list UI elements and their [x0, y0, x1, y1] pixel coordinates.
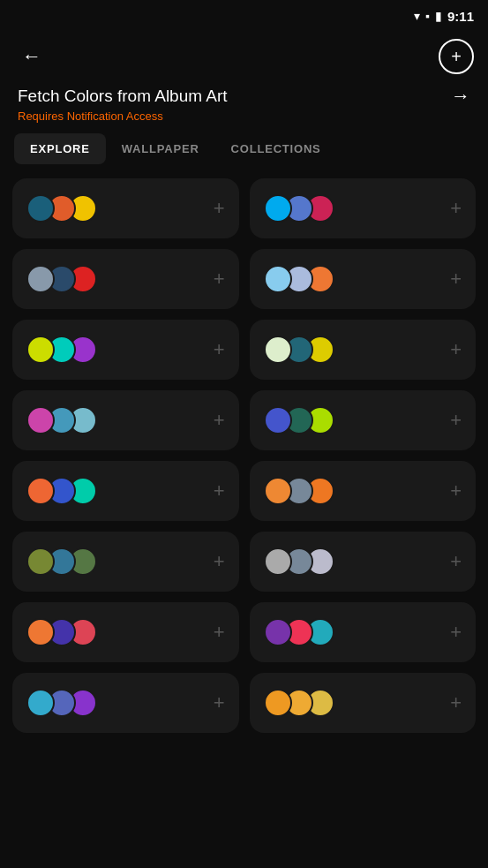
- title-row: Fetch Colors from Album Art →: [18, 85, 470, 108]
- add-palette-button[interactable]: +: [450, 409, 462, 432]
- tab-collections[interactable]: COLLECTIONS: [215, 133, 337, 164]
- palette-card[interactable]: +: [250, 602, 477, 662]
- add-palette-button[interactable]: +: [214, 550, 225, 573]
- add-button[interactable]: +: [439, 39, 474, 74]
- color-circle: [26, 265, 55, 293]
- palette-card[interactable]: +: [250, 532, 477, 592]
- add-palette-button[interactable]: +: [450, 550, 462, 573]
- notification-access-subtitle[interactable]: Requires Notification Access: [18, 109, 470, 123]
- color-circle: [264, 689, 292, 717]
- battery-icon: ▮: [435, 9, 442, 23]
- color-circles: [26, 336, 97, 364]
- signal-icon: ▪: [425, 9, 430, 23]
- add-palette-button[interactable]: +: [450, 268, 462, 291]
- tab-explore[interactable]: EXPLORE: [14, 133, 106, 164]
- palette-card[interactable]: +: [250, 320, 477, 380]
- status-icons: ▾ ▪ ▮ 9:11: [414, 9, 474, 24]
- tabs-bar: EXPLORE WALLPAPER COLLECTIONS: [0, 133, 488, 164]
- add-icon: +: [451, 48, 462, 65]
- palette-card[interactable]: +: [12, 461, 239, 521]
- add-palette-button[interactable]: +: [214, 197, 225, 220]
- color-circles: [26, 547, 97, 576]
- color-circle: [26, 547, 55, 576]
- palette-card[interactable]: +: [250, 673, 477, 733]
- add-palette-button[interactable]: +: [450, 197, 462, 220]
- palette-card[interactable]: +: [250, 461, 477, 521]
- header: ← +: [0, 32, 488, 81]
- color-circle: [264, 618, 292, 646]
- color-circles: [264, 689, 334, 717]
- color-circles: [264, 477, 334, 505]
- color-circles: [264, 194, 334, 223]
- palette-grid: ++++++++++++++++: [0, 178, 488, 733]
- color-circles: [26, 194, 97, 223]
- add-palette-button[interactable]: +: [450, 479, 462, 502]
- add-palette-button[interactable]: +: [214, 479, 225, 502]
- add-palette-button[interactable]: +: [214, 409, 225, 432]
- color-circle: [264, 265, 292, 293]
- add-palette-button[interactable]: +: [214, 621, 225, 644]
- color-circle: [264, 194, 292, 223]
- back-arrow-icon: ←: [22, 45, 41, 68]
- color-circles: [26, 618, 97, 646]
- add-palette-button[interactable]: +: [214, 691, 225, 714]
- color-circles: [26, 689, 97, 717]
- color-circle: [26, 477, 55, 505]
- add-palette-button[interactable]: +: [450, 621, 462, 644]
- status-time: 9:11: [447, 9, 474, 24]
- add-palette-button[interactable]: +: [450, 691, 462, 714]
- color-circle: [26, 194, 55, 223]
- palette-card[interactable]: +: [250, 178, 477, 238]
- palette-card[interactable]: +: [12, 673, 239, 733]
- color-circles: [26, 265, 97, 293]
- color-circle: [26, 336, 55, 364]
- palette-card[interactable]: +: [12, 249, 239, 309]
- palette-card[interactable]: +: [250, 390, 477, 450]
- color-circles: [26, 406, 97, 434]
- color-circle: [26, 406, 55, 434]
- palette-card[interactable]: +: [250, 249, 477, 309]
- color-circle: [264, 477, 292, 505]
- tab-wallpaper[interactable]: WALLPAPER: [106, 133, 215, 164]
- palette-card[interactable]: +: [12, 602, 239, 662]
- color-circles: [26, 477, 97, 505]
- add-palette-button[interactable]: +: [214, 268, 225, 291]
- color-circles: [264, 406, 334, 434]
- palette-card[interactable]: +: [12, 390, 239, 450]
- palette-card[interactable]: +: [12, 320, 239, 380]
- page-title: Fetch Colors from Album Art: [18, 87, 228, 106]
- add-palette-button[interactable]: +: [214, 338, 225, 361]
- color-circle: [264, 547, 292, 576]
- wifi-icon: ▾: [414, 9, 420, 23]
- color-circles: [264, 265, 334, 293]
- color-circle: [264, 336, 292, 364]
- title-arrow-icon[interactable]: →: [451, 85, 470, 108]
- color-circle: [264, 406, 292, 434]
- status-bar: ▾ ▪ ▮ 9:11: [0, 0, 488, 32]
- back-button[interactable]: ←: [14, 39, 49, 74]
- color-circles: [264, 336, 334, 364]
- palette-card[interactable]: +: [12, 532, 239, 592]
- palette-card[interactable]: +: [12, 178, 239, 238]
- color-circle: [26, 618, 55, 646]
- color-circles: [264, 547, 334, 576]
- color-circles: [264, 618, 334, 646]
- add-palette-button[interactable]: +: [450, 338, 462, 361]
- color-circle: [26, 689, 55, 717]
- title-area: Fetch Colors from Album Art → Requires N…: [0, 81, 488, 133]
